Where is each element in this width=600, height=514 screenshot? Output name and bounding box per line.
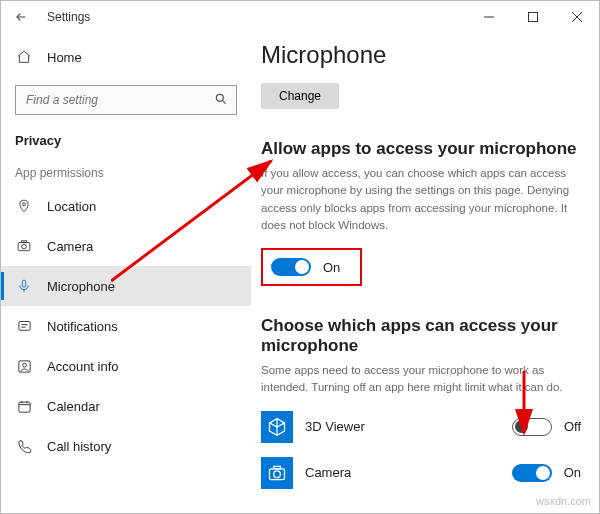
app-row-3d-viewer: 3D Viewer Off xyxy=(261,411,581,443)
camera-icon xyxy=(15,239,33,253)
app-toggle-3d-viewer[interactable] xyxy=(512,418,552,436)
sidebar-item-label: Location xyxy=(47,199,96,214)
phone-icon xyxy=(15,439,33,454)
app-row-camera: Camera On xyxy=(261,457,581,489)
titlebar: Settings xyxy=(1,1,599,33)
cube-icon xyxy=(261,411,293,443)
svg-line-5 xyxy=(222,100,225,103)
search-icon xyxy=(214,92,228,109)
search-box[interactable] xyxy=(15,85,237,115)
toggle-state-label: On xyxy=(323,260,340,275)
svg-point-6 xyxy=(23,203,26,206)
settings-window: Settings Home Privacy App permissions Lo… xyxy=(0,0,600,514)
toggle-state-label: On xyxy=(564,465,581,480)
watermark: wsxdn.com xyxy=(536,495,591,507)
calendar-icon xyxy=(15,399,33,414)
section-allow-desc: If you allow access, you can choose whic… xyxy=(261,165,581,234)
notifications-icon xyxy=(15,319,33,334)
page-title: Microphone xyxy=(261,41,581,69)
svg-point-8 xyxy=(22,244,27,249)
section-choose-desc: Some apps need to access your microphone… xyxy=(261,362,581,397)
sidebar-item-call-history[interactable]: Call history xyxy=(1,426,251,466)
change-button[interactable]: Change xyxy=(261,83,339,109)
sidebar-item-label: Microphone xyxy=(47,279,115,294)
svg-rect-10 xyxy=(22,280,26,287)
sidebar-item-calendar[interactable]: Calendar xyxy=(1,386,251,426)
search-input[interactable] xyxy=(24,92,214,108)
sidebar-item-label: Call history xyxy=(47,439,111,454)
close-button[interactable] xyxy=(555,1,599,33)
group-label: App permissions xyxy=(15,166,237,180)
sidebar: Home Privacy App permissions Location Ca… xyxy=(1,33,251,513)
home-label: Home xyxy=(47,50,82,65)
account-icon xyxy=(15,359,33,374)
window-controls xyxy=(467,1,599,33)
svg-rect-12 xyxy=(18,321,29,330)
sidebar-item-notifications[interactable]: Notifications xyxy=(1,306,251,346)
app-toggle-camera[interactable] xyxy=(512,464,552,482)
back-button[interactable] xyxy=(9,5,33,29)
body: Home Privacy App permissions Location Ca… xyxy=(1,33,599,513)
camera-app-icon xyxy=(261,457,293,489)
sidebar-item-microphone[interactable]: Microphone xyxy=(1,266,251,306)
sidebar-item-location[interactable]: Location xyxy=(1,186,251,226)
sidebar-item-label: Camera xyxy=(47,239,93,254)
content: Microphone Change Allow apps to access y… xyxy=(251,33,599,513)
section-choose-title: Choose which apps can access your microp… xyxy=(261,316,581,356)
svg-rect-15 xyxy=(18,360,29,371)
maximize-button[interactable] xyxy=(511,1,555,33)
toggle-state-label: Off xyxy=(564,419,581,434)
svg-rect-1 xyxy=(529,13,538,22)
svg-rect-23 xyxy=(274,466,281,469)
annotation-highlight: On xyxy=(261,248,362,286)
sidebar-item-label: Notifications xyxy=(47,319,118,334)
sidebar-item-label: Account info xyxy=(47,359,119,374)
svg-point-16 xyxy=(22,363,26,367)
window-title: Settings xyxy=(47,10,90,24)
allow-apps-toggle[interactable] xyxy=(271,258,311,276)
category-heading: Privacy xyxy=(15,133,237,148)
home-nav[interactable]: Home xyxy=(15,39,237,75)
svg-rect-7 xyxy=(18,243,30,251)
svg-rect-17 xyxy=(18,402,29,412)
svg-point-4 xyxy=(216,94,223,101)
sidebar-item-label: Calendar xyxy=(47,399,100,414)
location-icon xyxy=(15,198,33,214)
svg-rect-9 xyxy=(22,241,27,243)
home-icon xyxy=(15,49,33,65)
app-name-label: Camera xyxy=(305,465,512,480)
app-name-label: 3D Viewer xyxy=(305,419,512,434)
svg-point-22 xyxy=(274,470,281,477)
section-allow-title: Allow apps to access your microphone xyxy=(261,139,581,159)
toggle-row-allow: On xyxy=(271,258,340,276)
sidebar-item-account-info[interactable]: Account info xyxy=(1,346,251,386)
microphone-icon xyxy=(15,278,33,294)
minimize-button[interactable] xyxy=(467,1,511,33)
sidebar-item-camera[interactable]: Camera xyxy=(1,226,251,266)
